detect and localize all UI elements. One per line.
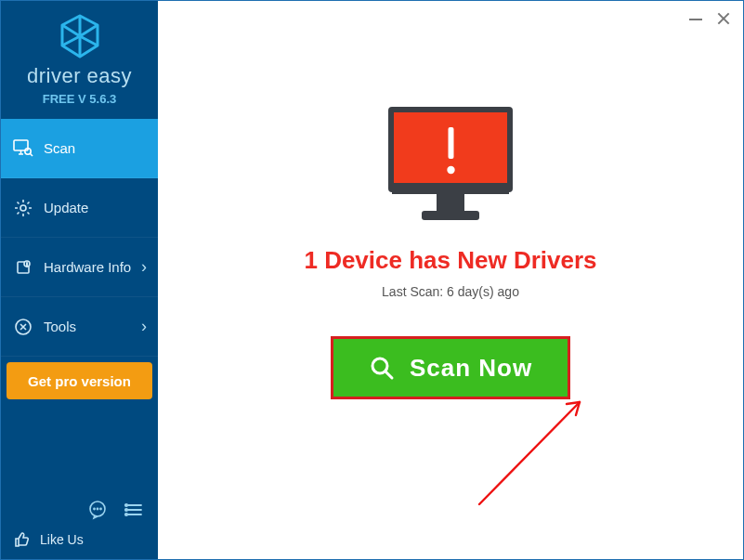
main-panel: 1 Device has New Drivers Last Scan: 6 da…: [158, 1, 743, 559]
svg-point-12: [125, 509, 127, 511]
menu-icon[interactable]: [123, 498, 147, 522]
svg-point-13: [125, 514, 127, 515]
like-us-label: Like Us: [40, 532, 84, 547]
cta-label: Get pro version: [28, 373, 131, 389]
sidebar-spacer: [1, 405, 158, 492]
svg-point-20: [447, 166, 454, 174]
chip-icon: i: [12, 256, 34, 279]
minimize-button[interactable]: [689, 12, 702, 25]
annotation-arrow-icon: [470, 391, 600, 515]
search-icon: [369, 355, 395, 381]
bottom-icon-row: [12, 498, 147, 522]
sidebar-item-scan[interactable]: Scan: [1, 119, 158, 178]
app-logo-icon: [59, 14, 101, 60]
svg-point-11: [125, 504, 127, 506]
sidebar-item-label: Scan: [44, 140, 75, 156]
monitor-search-icon: [12, 137, 34, 160]
svg-point-10: [100, 508, 101, 509]
like-us-button[interactable]: Like Us: [12, 529, 147, 550]
alert-monitor-illustration: [383, 103, 518, 226]
scan-now-button[interactable]: Scan Now: [331, 336, 570, 399]
chevron-right-icon: ›: [141, 317, 147, 336]
brand-version: FREE V 5.6.3: [43, 92, 116, 106]
sidebar-nav: Scan Update i Hardware Info › Tools: [1, 119, 158, 357]
main-content: 1 Device has New Drivers Last Scan: 6 da…: [158, 1, 743, 559]
svg-text:i: i: [26, 261, 27, 267]
chevron-right-icon: ›: [141, 257, 147, 277]
window-controls: [689, 1, 743, 36]
status-headline: 1 Device has New Drivers: [304, 246, 596, 275]
brand-block: driver easy FREE V 5.6.3: [1, 1, 158, 119]
thumbs-up-icon: [12, 529, 33, 550]
sidebar-bottom: Like Us: [1, 492, 158, 559]
tools-icon: [12, 316, 34, 338]
last-scan-text: Last Scan: 6 day(s) ago: [382, 284, 519, 299]
svg-point-2: [20, 205, 26, 211]
close-button[interactable]: [717, 12, 730, 25]
sidebar-item-hardware-info[interactable]: i Hardware Info ›: [1, 238, 158, 297]
get-pro-button[interactable]: Get pro version: [7, 362, 152, 399]
scan-now-label: Scan Now: [410, 354, 532, 383]
sidebar-item-label: Tools: [44, 319, 76, 334]
sidebar-item-tools[interactable]: Tools ›: [1, 297, 158, 357]
svg-point-8: [94, 508, 95, 509]
svg-rect-17: [437, 194, 464, 211]
svg-point-9: [97, 508, 98, 509]
svg-rect-18: [422, 211, 479, 220]
sidebar-item-label: Update: [44, 200, 88, 215]
gear-icon: [12, 197, 34, 219]
svg-rect-16: [392, 183, 509, 194]
sidebar-item-update[interactable]: Update: [1, 178, 158, 238]
app-window: driver easy FREE V 5.6.3 Scan Update i: [0, 0, 744, 560]
brand-name: driver easy: [27, 64, 132, 88]
feedback-icon[interactable]: [85, 498, 110, 522]
sidebar-item-label: Hardware Info: [44, 259, 131, 275]
sidebar: driver easy FREE V 5.6.3 Scan Update i: [1, 1, 158, 559]
svg-rect-19: [449, 127, 454, 159]
